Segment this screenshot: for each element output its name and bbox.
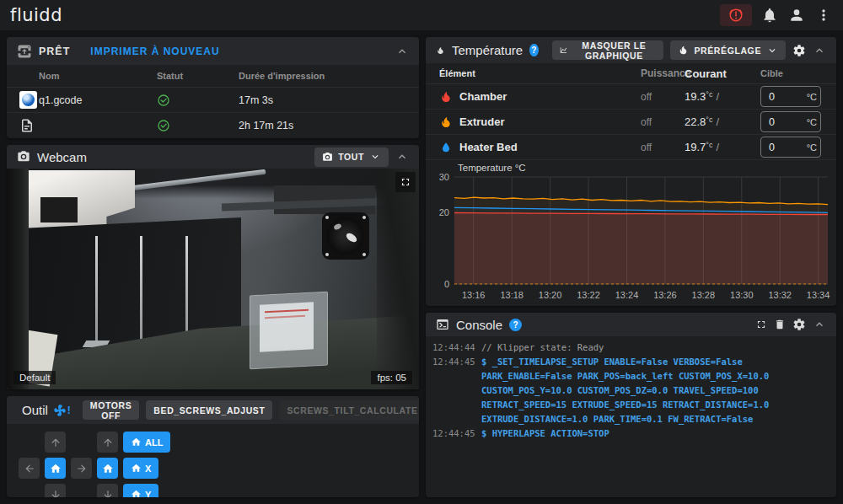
chevron-down-icon [369, 151, 381, 163]
chevron-up-icon [813, 318, 826, 331]
temperature-table-header: Élément Puissance Courant Cible [426, 63, 836, 84]
webcam-fullscreen-button[interactable] [395, 172, 416, 192]
macro-buttons: MOTORS OFF BED_SCREWS_ADJUST SCREWS_TILT… [83, 400, 419, 420]
arrow-left-icon [24, 463, 35, 475]
svg-text:20: 20 [439, 207, 449, 217]
fan-alert-icon[interactable] [53, 404, 71, 417]
arrow-down-icon [50, 489, 62, 498]
emergency-stop-icon [728, 8, 744, 23]
macro-motors-off-button[interactable]: MOTORS OFF [83, 400, 140, 420]
tool-title: Outil [22, 403, 48, 417]
console-collapse-button[interactable] [813, 318, 826, 331]
console-timestamp: 12:44:44 [432, 340, 481, 355]
webcam-title: Webcam [37, 150, 87, 164]
svg-text:13:16: 13:16 [462, 290, 486, 300]
app-bar: fluidd [0, 0, 843, 30]
move-z-down-button[interactable] [97, 484, 118, 497]
topbar-actions [720, 4, 833, 26]
macro-bed-screws-adjust-button[interactable]: BED_SCREWS_ADJUST [146, 400, 272, 420]
status-collapse-button[interactable] [395, 45, 409, 58]
table-row[interactable]: 2h 17m 21s [7, 113, 419, 138]
fan-icon [53, 404, 67, 417]
dots-vertical-icon [815, 7, 832, 24]
webcam-card: Webcam TOUT [7, 145, 419, 389]
arrow-right-icon [76, 463, 88, 475]
console-entry: 12:44:45 $ HYPERLAPSE ACTION=STOP [432, 426, 830, 441]
heater-name: Heater Bed [459, 141, 518, 153]
home-x-button[interactable]: X [123, 458, 158, 479]
heater-current: 22.8°c/ [685, 115, 760, 128]
webcam-left-pillar [7, 169, 29, 389]
hide-graph-button[interactable]: MASQUER LE GRAPHIQUE [552, 40, 664, 60]
target-temp-input[interactable] [769, 91, 807, 103]
heater-power: off [641, 116, 685, 128]
flame-icon [678, 45, 689, 56]
home-all-button[interactable]: ALL [123, 432, 170, 453]
temp-header-target: Cible [760, 68, 836, 78]
webcam-selector-button[interactable]: TOUT [314, 147, 389, 167]
console-log[interactable]: 12:44:44 // Klipper state: Ready 12:44:4… [426, 336, 836, 497]
home-icon [131, 437, 142, 448]
heater-name: Chamber [459, 90, 507, 103]
home-icon [131, 463, 142, 474]
notifications-button[interactable] [760, 6, 779, 24]
arrow-up-icon [102, 437, 114, 448]
home-y-button[interactable]: Y [123, 484, 158, 497]
webcam-name-badge: Default [13, 371, 56, 384]
jobs-table-header: Nom Statut Durée d'impression [7, 65, 419, 88]
console-entry: 12:44:44 // Klipper state: Ready [432, 340, 830, 355]
app-logo: fluidd [10, 5, 62, 25]
temperature-settings-button[interactable] [792, 44, 806, 57]
user-button[interactable] [787, 6, 806, 24]
console-clear-button[interactable] [774, 319, 786, 330]
console-message: $ _SET_TIMELAPSE_SETUP ENABLE=False VERB… [481, 355, 830, 426]
svg-text:13:18: 13:18 [500, 290, 524, 300]
table-row[interactable]: q1.gcode 17m 3s [7, 88, 419, 113]
target-temp-input[interactable] [769, 116, 807, 128]
check-circle-icon [157, 94, 170, 107]
temperature-title: Température [452, 43, 523, 57]
arrow-up-icon [50, 437, 62, 448]
move-y-minus-button[interactable] [45, 484, 66, 497]
webcam-collapse-button[interactable] [395, 150, 409, 164]
heater-flame-icon [439, 115, 453, 129]
file-document-icon [19, 118, 35, 133]
console-message: $ HYPERLAPSE ACTION=STOP [481, 426, 830, 441]
heater-power: off [641, 142, 685, 153]
temperature-chart[interactable]: 13:1613:1813:2013:2213:2413:2613:2813:30… [426, 160, 836, 306]
home-z-button[interactable] [97, 458, 118, 479]
home-xy-button[interactable] [45, 458, 66, 479]
terminal-icon [436, 318, 449, 331]
move-x-plus-button[interactable] [71, 458, 92, 479]
move-z-up-button[interactable] [97, 432, 118, 453]
webcam-extruder-detail [40, 197, 78, 223]
help-icon[interactable] [529, 44, 538, 56]
target-temp-unit: °C [807, 117, 817, 127]
macro-screws-tilt-calculate-button[interactable]: SCREWS_TILT_CALCULATE [279, 400, 419, 420]
svg-text:13:32: 13:32 [768, 290, 792, 300]
console-timestamp: 12:44:45 [432, 355, 481, 426]
help-icon[interactable] [509, 319, 522, 331]
temperature-collapse-button[interactable] [813, 44, 826, 57]
temperature-card: Température MASQUER LE GRAPHIQUE PRÉRÉGL… [426, 37, 836, 306]
webcam-selector-label: TOUT [338, 152, 364, 162]
movement-pad: ALL X Y [7, 424, 419, 497]
webcam-rod [185, 236, 188, 344]
camera-icon [322, 152, 333, 163]
job-duration: 2h 17m 21s [239, 120, 419, 131]
console-title: Console [456, 318, 502, 332]
move-y-plus-button[interactable] [45, 432, 66, 453]
move-x-minus-button[interactable] [19, 458, 40, 479]
console-fullscreen-button[interactable] [755, 319, 767, 330]
camera-icon [17, 150, 30, 164]
dashboard: PRÊT IMPRIMER À NOUVEAU Nom Statut Durée… [0, 30, 843, 504]
overflow-menu-button[interactable] [814, 6, 833, 24]
left-column: PRÊT IMPRIMER À NOUVEAU Nom Statut Durée… [7, 37, 419, 497]
account-icon [788, 7, 805, 24]
reprint-button[interactable]: IMPRIMER À NOUVEAU [90, 46, 219, 57]
emergency-stop-button[interactable] [720, 4, 752, 26]
preset-button[interactable]: PRÉRÉGLAGE [670, 40, 786, 60]
console-settings-button[interactable] [792, 318, 806, 331]
heater-current: 19.7°c/ [685, 141, 760, 153]
target-temp-input[interactable] [769, 142, 807, 153]
